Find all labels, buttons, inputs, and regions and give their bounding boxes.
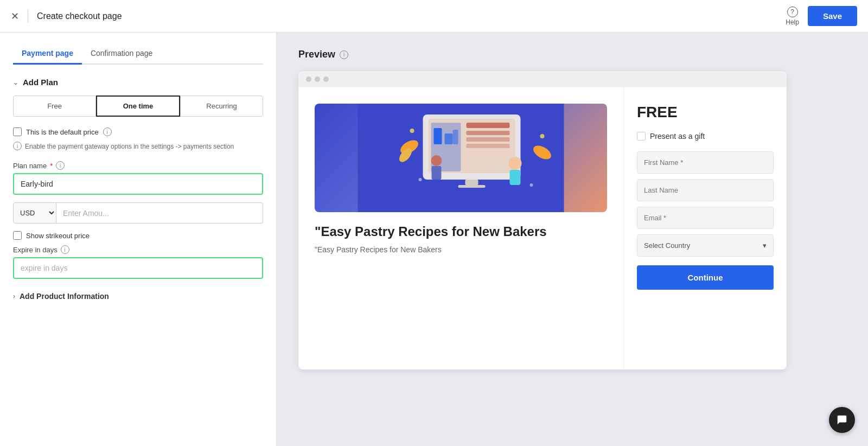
browser-dot-3 [323, 77, 329, 82]
browser-mock: "Easy Pastry Recipes for New Bakers "Eas… [298, 71, 787, 369]
topbar: ✕ Create checkout page ? Help Save [0, 0, 868, 33]
plan-btn-free[interactable]: Free [13, 95, 96, 117]
chevron-down-icon: ⌄ [13, 79, 18, 86]
strikeout-row: Show strikeout price [13, 231, 263, 240]
default-price-label: This is the default price [26, 128, 99, 136]
gift-label: Present as a gift [650, 132, 705, 141]
add-product-row[interactable]: › Add Product Information [13, 292, 263, 301]
gift-checkbox[interactable] [637, 132, 646, 141]
svg-rect-15 [465, 180, 478, 185]
sidebar: Payment page Confirmation page ⌄ Add Pla… [0, 33, 277, 446]
add-product-label: Add Product Information [20, 292, 109, 301]
svg-rect-6 [467, 144, 510, 148]
plan-name-input[interactable] [13, 173, 263, 195]
add-plan-title: Add Plan [23, 78, 58, 87]
checkout-form-section: FREE Present as a gift Select Country ▾ … [624, 87, 787, 369]
preview-title: Preview [298, 49, 335, 60]
product-image [315, 104, 607, 212]
preview-info-icon: i [340, 50, 348, 59]
product-desc: "Easy Pastry Recipes for New Bakers [315, 245, 607, 254]
svg-point-20 [530, 183, 533, 187]
country-select[interactable]: Select Country ▾ [637, 234, 774, 257]
default-price-info-icon[interactable]: i [103, 128, 112, 136]
topbar-divider [28, 10, 28, 23]
svg-rect-12 [510, 170, 521, 185]
country-select-label: Select Country [644, 241, 690, 250]
svg-rect-5 [467, 137, 510, 142]
page-tabs: Payment page Confirmation page [13, 43, 263, 65]
save-button[interactable]: Save [808, 6, 857, 26]
help-label: Help [786, 18, 799, 26]
close-button[interactable]: ✕ [11, 11, 19, 21]
main-layout: Payment page Confirmation page ⌄ Add Pla… [0, 33, 868, 446]
first-name-input[interactable] [637, 151, 774, 174]
expire-input[interactable] [13, 257, 263, 279]
svg-rect-10 [453, 130, 458, 144]
last-name-input[interactable] [637, 179, 774, 201]
expire-label-row: Expire in days i [13, 245, 263, 254]
tab-confirmation[interactable]: Confirmation page [82, 43, 161, 65]
svg-point-18 [540, 134, 545, 138]
product-section: "Easy Pastry Recipes for New Bakers "Eas… [298, 87, 624, 369]
strikeout-label: Show strikeout price [26, 232, 90, 240]
plan-name-label-row: Plan name * i [13, 161, 263, 170]
amount-input[interactable] [56, 202, 263, 224]
help-button[interactable]: ? Help [786, 7, 799, 26]
svg-rect-3 [467, 123, 510, 128]
plan-name-info-icon[interactable]: i [56, 161, 65, 170]
browser-dot-2 [315, 77, 320, 82]
gift-row: Present as a gift [637, 132, 774, 141]
svg-rect-4 [467, 131, 510, 135]
tab-payment[interactable]: Payment page [13, 43, 82, 65]
topbar-right: ? Help Save [786, 6, 857, 26]
plan-btn-onetime[interactable]: One time [96, 95, 180, 117]
gateway-info-note: i Enable the payment gateway options in … [13, 142, 263, 151]
currency-amount-row: USD EUR GBP [13, 202, 263, 224]
preview-area: Preview i [277, 33, 868, 446]
default-price-row: This is the default price i [13, 128, 263, 136]
browser-dot-1 [306, 77, 311, 82]
svg-rect-8 [434, 128, 442, 144]
page-title: Create checkout page [37, 11, 122, 21]
currency-select[interactable]: USD EUR GBP [13, 202, 56, 224]
preview-header: Preview i [298, 49, 846, 60]
email-input[interactable] [637, 207, 774, 229]
gateway-info-text: Enable the payment gateway options in th… [25, 142, 234, 151]
default-price-checkbox[interactable] [13, 128, 22, 136]
continue-button[interactable]: Continue [637, 265, 774, 290]
add-plan-header[interactable]: ⌄ Add Plan [13, 78, 263, 87]
chevron-right-icon: › [13, 292, 15, 300]
gateway-info-icon: i [13, 142, 22, 150]
svg-rect-9 [445, 133, 453, 144]
svg-rect-16 [458, 185, 486, 188]
svg-rect-14 [432, 166, 442, 180]
plan-btn-recurring[interactable]: Recurring [180, 95, 263, 117]
product-name: "Easy Pastry Recipes for New Bakers [315, 223, 607, 240]
help-icon: ? [787, 7, 798, 17]
plan-name-required: * [50, 162, 53, 170]
plan-type-selector: Free One time Recurring [13, 95, 263, 117]
price-display: FREE [637, 104, 774, 121]
strikeout-checkbox[interactable] [13, 231, 22, 240]
svg-point-11 [509, 157, 522, 170]
plan-name-label: Plan name [13, 162, 47, 170]
expire-label: Expire in days [13, 246, 58, 254]
expire-info-icon[interactable]: i [61, 245, 69, 254]
svg-point-17 [410, 129, 414, 133]
country-chevron-icon: ▾ [763, 241, 767, 250]
topbar-left: ✕ Create checkout page [11, 10, 122, 23]
svg-point-13 [431, 155, 442, 166]
browser-content: "Easy Pastry Recipes for New Bakers "Eas… [298, 87, 787, 369]
chat-bubble[interactable] [829, 407, 855, 433]
browser-bar [298, 71, 787, 87]
svg-point-19 [419, 178, 422, 181]
